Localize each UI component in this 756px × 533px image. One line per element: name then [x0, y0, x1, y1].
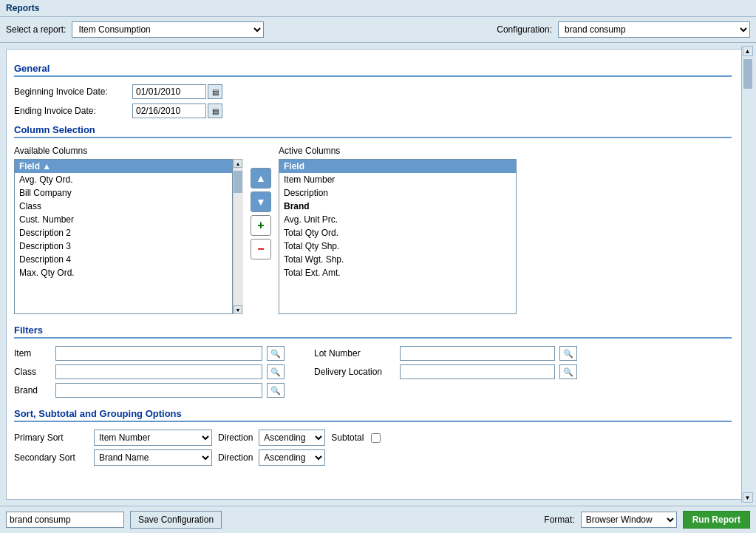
- primary-subtotal-label: Subtotal: [331, 432, 364, 443]
- available-columns-list[interactable]: Field ▲ Avg. Qty Ord. Bill Company Class…: [14, 159, 233, 314]
- available-col-description-2[interactable]: Description 2: [15, 226, 232, 240]
- remove-column-button[interactable]: −: [251, 239, 271, 259]
- active-col-total-qty-ord[interactable]: Total Qty Ord.: [279, 226, 516, 240]
- ending-invoice-calendar-button[interactable]: ▤: [208, 103, 222, 118]
- brand-search-icon: 🔍: [270, 386, 281, 395]
- lot-number-filter-row: Lot Number 🔍: [314, 346, 577, 361]
- brand-search-button[interactable]: 🔍: [267, 383, 285, 398]
- filters-left: Item 🔍 Class 🔍: [14, 346, 285, 398]
- active-col-header: Field: [279, 160, 516, 173]
- beginning-invoice-input[interactable]: [132, 84, 206, 99]
- secondary-sort-select[interactable]: Brand Name Item Number Description: [94, 449, 212, 466]
- active-columns-panel: Active Columns Field Item Number Descrip…: [279, 146, 517, 314]
- available-scroll-down-button[interactable]: ▼: [234, 305, 242, 314]
- available-col-header: Field ▲: [15, 160, 232, 173]
- available-list-scrollbar[interactable]: ▲ ▼: [233, 159, 243, 314]
- available-col-cust-number[interactable]: Cust. Number: [15, 213, 232, 226]
- brand-filter-input[interactable]: [55, 383, 262, 398]
- main-content: General Beginning Invoice Date: ▤ Ending…: [6, 49, 750, 500]
- main-scroll-up-button[interactable]: ▲: [743, 46, 753, 56]
- lot-number-filter-label: Lot Number: [314, 348, 395, 359]
- available-col-description-4[interactable]: Description 4: [15, 253, 232, 266]
- primary-direction-select[interactable]: Ascending Descending: [259, 430, 325, 446]
- brand-filter-label: Brand: [14, 385, 51, 395]
- active-col-avg-unit-prc[interactable]: Avg. Unit Prc.: [279, 213, 516, 226]
- main-scrollbar[interactable]: ▲ ▼: [741, 46, 753, 503]
- lot-number-filter-input[interactable]: [400, 346, 555, 361]
- item-search-button[interactable]: 🔍: [267, 346, 285, 361]
- beginning-invoice-calendar-button[interactable]: ▤: [208, 84, 222, 99]
- available-col-class[interactable]: Class: [15, 200, 232, 213]
- active-col-description[interactable]: Description: [279, 186, 516, 200]
- add-column-button[interactable]: +: [251, 215, 271, 236]
- item-filter-input[interactable]: [55, 346, 262, 361]
- primary-sort-row: Primary Sort Item Number Brand Name Desc…: [14, 430, 732, 446]
- down-arrow-icon: ▼: [256, 196, 266, 208]
- class-search-button[interactable]: 🔍: [267, 364, 285, 379]
- available-columns-label: Available Columns: [14, 146, 243, 156]
- class-search-icon: 🔍: [270, 367, 281, 377]
- save-configuration-button[interactable]: Save Configuration: [130, 511, 222, 529]
- available-scroll-thumb[interactable]: [234, 171, 242, 193]
- run-report-button[interactable]: Run Report: [683, 511, 750, 529]
- move-up-button[interactable]: ▲: [251, 168, 271, 189]
- sort-section: Sort, Subtotal and Grouping Options Prim…: [14, 408, 732, 466]
- move-down-button[interactable]: ▼: [251, 191, 271, 212]
- filters-grid: Item 🔍 Class 🔍: [14, 346, 732, 398]
- sort-section-title: Sort, Subtotal and Grouping Options: [14, 408, 732, 422]
- brand-filter-row: Brand 🔍: [14, 383, 285, 398]
- select-report-label: Select a report:: [6, 24, 66, 35]
- active-col-brand[interactable]: Brand: [279, 200, 516, 213]
- active-columns-list[interactable]: Field Item Number Description Brand Avg.…: [279, 159, 517, 314]
- beginning-invoice-row: Beginning Invoice Date: ▤: [14, 84, 732, 99]
- configuration-label: Configuration:: [497, 24, 552, 35]
- item-search-icon: 🔍: [270, 349, 281, 359]
- secondary-sort-row: Secondary Sort Brand Name Item Number De…: [14, 449, 732, 466]
- secondary-sort-label: Secondary Sort: [14, 452, 88, 463]
- primary-subtotal-checkbox[interactable]: [371, 433, 381, 443]
- filters-section: Filters Item 🔍 Class: [14, 325, 732, 398]
- configuration-select[interactable]: brand consump: [558, 21, 750, 38]
- filters-right: Lot Number 🔍 Delivery Location 🔍: [314, 346, 577, 398]
- available-scroll-up-button[interactable]: ▲: [234, 159, 242, 168]
- available-col-avg-qty-ord[interactable]: Avg. Qty Ord.: [15, 173, 232, 186]
- delivery-location-filter-input[interactable]: [400, 364, 555, 379]
- reports-window: Reports Select a report: Item Consumptio…: [0, 0, 756, 533]
- available-field-label: Field ▲: [19, 161, 51, 172]
- config-name-input[interactable]: [6, 512, 124, 528]
- report-select[interactable]: Item Consumption: [72, 21, 264, 38]
- active-col-item-number[interactable]: Item Number: [279, 173, 516, 186]
- active-col-total-ext-amt[interactable]: Total Ext. Amt.: [279, 266, 516, 279]
- secondary-direction-label: Direction: [218, 452, 253, 463]
- ending-invoice-label: Ending Invoice Date:: [14, 106, 132, 116]
- class-filter-input[interactable]: [55, 364, 262, 379]
- delivery-location-search-icon: 🔍: [563, 367, 573, 377]
- calendar-icon-2: ▤: [212, 107, 219, 115]
- lot-number-search-icon: 🔍: [563, 349, 573, 359]
- top-toolbar: Select a report: Item Consumption Config…: [0, 17, 756, 43]
- lot-number-search-button[interactable]: 🔍: [559, 346, 577, 361]
- primary-sort-label: Primary Sort: [14, 432, 88, 443]
- class-filter-label: Class: [14, 367, 51, 377]
- column-selection-area: Available Columns Field ▲ Avg. Qty Ord. …: [14, 146, 732, 314]
- primary-sort-select[interactable]: Item Number Brand Name Description: [94, 430, 212, 446]
- class-filter-row: Class 🔍: [14, 364, 285, 379]
- available-col-max-qty-ord[interactable]: Max. Qty Ord.: [15, 266, 232, 279]
- general-section-title: General: [14, 63, 732, 77]
- active-col-total-wgt-shp[interactable]: Total Wgt. Shp.: [279, 253, 516, 266]
- ending-invoice-input[interactable]: [132, 103, 206, 118]
- window-title: Reports: [6, 3, 39, 13]
- main-scroll-thumb[interactable]: [743, 59, 752, 89]
- beginning-invoice-label: Beginning Invoice Date:: [14, 86, 132, 97]
- active-col-total-qty-shp[interactable]: Total Qty Shp.: [279, 240, 516, 253]
- available-col-description-3[interactable]: Description 3: [15, 240, 232, 253]
- format-select[interactable]: Browser Window PDF Excel: [581, 512, 677, 528]
- calendar-icon: ▤: [212, 88, 219, 96]
- delivery-location-filter-row: Delivery Location 🔍: [314, 364, 577, 379]
- secondary-direction-select[interactable]: Ascending Descending: [259, 449, 325, 466]
- delivery-location-search-button[interactable]: 🔍: [559, 364, 577, 379]
- column-selection-title: Column Selection: [14, 124, 732, 138]
- delivery-location-filter-label: Delivery Location: [314, 367, 395, 377]
- available-col-bill-company[interactable]: Bill Company: [15, 186, 232, 200]
- main-scroll-down-button[interactable]: ▼: [743, 492, 753, 503]
